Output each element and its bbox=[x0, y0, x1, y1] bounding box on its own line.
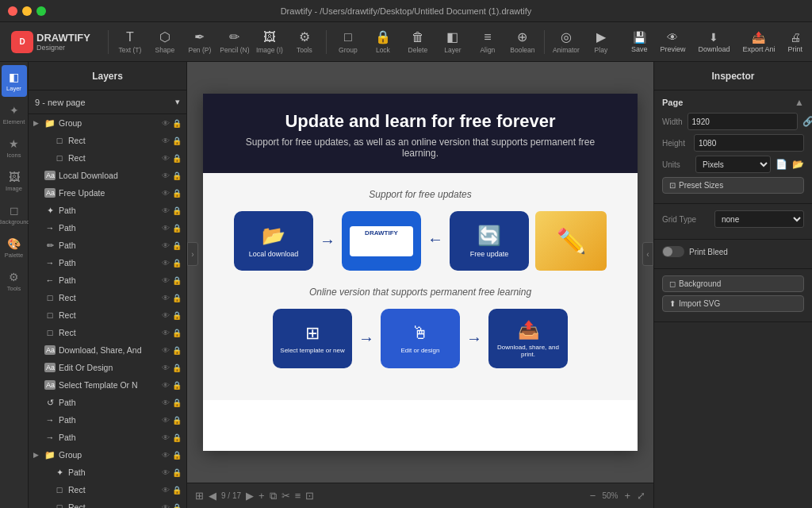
layer-item[interactable]: Aa Edit Or Design 👁 🔒 bbox=[29, 359, 186, 376]
canvas-area: Update and learn for free forever Suppor… bbox=[187, 62, 653, 508]
layer-item[interactable]: □ Rect 👁 🔒 bbox=[29, 481, 186, 498]
layer-item[interactable]: Aa Local Download 👁 🔒 bbox=[29, 167, 186, 184]
canvas-header: Update and learn for free forever Suppor… bbox=[203, 94, 638, 173]
tool-lock[interactable]: 🔒 Lock bbox=[366, 25, 400, 60]
settings-icon[interactable]: ⊡ bbox=[305, 490, 314, 502]
download-button[interactable]: ⬇ Download bbox=[693, 28, 734, 56]
tool-play[interactable]: ▶ Play bbox=[584, 25, 618, 60]
title-bar: Drawtify - /Users/drawtify/Desktop/Untit… bbox=[0, 0, 812, 22]
grid-type-select[interactable]: none grid columns bbox=[714, 210, 804, 228]
layer-item[interactable]: ▶ 📁 Group 👁 🔒 bbox=[29, 114, 186, 132]
link-dimensions-icon[interactable]: 🔗 bbox=[802, 116, 812, 127]
page-selector[interactable]: 9 - new page ▾ bbox=[29, 90, 186, 114]
tool-tools[interactable]: ⚙ Tools bbox=[288, 25, 321, 60]
next-page-icon[interactable]: ▶ bbox=[246, 490, 254, 502]
layer-item[interactable]: □ Rect 👁 🔒 bbox=[29, 289, 186, 306]
print-bleed-toggle[interactable] bbox=[662, 246, 684, 257]
layer-item[interactable]: → Path 👁 🔒 bbox=[29, 254, 186, 271]
tool-text[interactable]: T Text (T) bbox=[113, 25, 147, 60]
units-select[interactable]: Pixels Inches Centimeters bbox=[695, 156, 771, 173]
sidebar-item-icons[interactable]: ★ Icons bbox=[2, 132, 27, 164]
layer-item[interactable]: → Path 👁 🔒 bbox=[29, 219, 186, 237]
canvas-footer-left: ⊞ ◀ 9 / 17 ▶ + ⧉ ✂ ≡ ⊡ bbox=[195, 490, 314, 502]
sidebar-item-background[interactable]: ◻ Background bbox=[2, 198, 27, 230]
sidebar-item-image[interactable]: 🖼 Image bbox=[2, 165, 27, 197]
layer-item[interactable]: → Path 👁 🔒 bbox=[29, 429, 186, 446]
tool-delete[interactable]: 🗑 Delete bbox=[401, 25, 435, 60]
toolbar-actions: 💾 Save 👁 Preview ⬇ Download 📤 Export Ani… bbox=[626, 28, 807, 56]
layer-item[interactable]: ▶ 📁 Group 👁 🔒 bbox=[29, 446, 186, 464]
print-button[interactable]: 🖨 Print bbox=[783, 28, 807, 56]
layer-item[interactable]: ✦ Path 👁 🔒 bbox=[29, 202, 186, 219]
layer-item[interactable]: Aa Free Update 👁 🔒 bbox=[29, 184, 186, 202]
page-section: Page ▲ Width 🔗 Height Units Pixels Inche… bbox=[654, 90, 812, 204]
toolbar: D DRAWTIFY Designer T Text (T) ⬡ Shape ✒… bbox=[0, 22, 812, 62]
left-panel-collapse[interactable]: › bbox=[187, 242, 198, 266]
sidebar-item-element[interactable]: ✦ Element bbox=[2, 98, 27, 130]
right-panel-collapse[interactable]: ‹ bbox=[642, 242, 653, 266]
layer-item[interactable]: ← Path 👁 🔒 bbox=[29, 271, 186, 289]
brand-name: DRAWTIFY bbox=[36, 32, 90, 44]
tool-pen[interactable]: ✒ Pen (P) bbox=[183, 25, 216, 60]
grid-section: Grid Type none grid columns bbox=[654, 204, 812, 240]
tool-shape[interactable]: ⬡ Shape bbox=[148, 25, 182, 60]
tool-group[interactable]: □ Group bbox=[331, 25, 365, 60]
layer-item[interactable]: □ Rect 👁 🔒 bbox=[29, 132, 186, 149]
layer-item[interactable]: Aa Select Template Or N 👁 🔒 bbox=[29, 376, 186, 394]
toolbar-separator bbox=[108, 30, 109, 54]
layer-item[interactable]: □ Rect 👁 🔒 bbox=[29, 324, 186, 341]
layer-item[interactable]: □ Rect 👁 🔒 bbox=[29, 306, 186, 324]
layer-item[interactable]: → Path 👁 🔒 bbox=[29, 411, 186, 429]
tool-align[interactable]: ≡ Align bbox=[471, 25, 504, 60]
height-input[interactable] bbox=[694, 134, 804, 152]
duplicate-page-icon[interactable]: ⧉ bbox=[270, 490, 277, 502]
preview-button[interactable]: 👁 Preview bbox=[655, 28, 690, 56]
export-ani-button[interactable]: 📤 Export Ani bbox=[737, 28, 779, 56]
layer-item[interactable]: □ Rect 👁 🔒 bbox=[29, 149, 186, 167]
flow-box-free-update: 🔄 Free update bbox=[450, 211, 529, 271]
prev-page-icon[interactable]: ◀ bbox=[209, 490, 216, 502]
layer-item[interactable]: ✏ Path 👁 🔒 bbox=[29, 237, 186, 254]
open-doc-icon[interactable]: 📂 bbox=[792, 159, 804, 170]
main-area: ◧ Layer ✦ Element ★ Icons 🖼 Image ◻ Back… bbox=[0, 62, 812, 508]
canvas[interactable]: Update and learn for free forever Suppor… bbox=[203, 94, 638, 451]
zoom-in-icon[interactable]: + bbox=[624, 490, 630, 502]
tool-boolean[interactable]: ⊕ Boolean bbox=[506, 25, 539, 60]
tool-pencil[interactable]: ✏ Pencil (N) bbox=[218, 25, 251, 60]
canvas-body: Support for free updates 📂 Local downloa… bbox=[203, 173, 638, 400]
sidebar-item-palette[interactable]: 🎨 Palette bbox=[2, 232, 27, 264]
layers-header: Layers bbox=[29, 62, 186, 90]
minimize-button[interactable] bbox=[22, 6, 32, 16]
maximize-button[interactable] bbox=[36, 6, 46, 16]
delete-page-icon[interactable]: ✂ bbox=[282, 490, 290, 502]
layer-item[interactable]: ↺ Path 👁 🔒 bbox=[29, 394, 186, 411]
tool-layer[interactable]: ◧ Layer bbox=[436, 25, 469, 60]
layer-item[interactable]: ✦ Path 👁 🔒 bbox=[29, 464, 186, 481]
collapse-page-icon[interactable]: ▲ bbox=[795, 97, 804, 108]
sidebar-item-tools[interactable]: ⚙ Tools bbox=[2, 265, 27, 297]
canvas-scroll[interactable]: Update and learn for free forever Suppor… bbox=[187, 62, 653, 483]
preset-sizes-button[interactable]: ⊡ Preset Sizes bbox=[662, 177, 804, 194]
add-page-icon[interactable]: + bbox=[259, 490, 265, 502]
tool-animator[interactable]: ◎ Animator bbox=[550, 25, 583, 60]
flow-box-download: 📤 Download, share, and print. bbox=[488, 309, 568, 368]
inspector-panel: Inspector Page ▲ Width 🔗 Height Units Pi… bbox=[653, 62, 812, 508]
grid-view-icon[interactable]: ⊞ bbox=[195, 490, 204, 502]
new-doc-icon[interactable]: 📄 bbox=[776, 159, 787, 170]
section2-title: Online version that supports permanent f… bbox=[227, 287, 614, 298]
layer-item[interactable]: □ Rect 👁 🔒 bbox=[29, 498, 186, 508]
import-svg-button[interactable]: ⬆ Import SVG bbox=[662, 295, 804, 312]
width-input[interactable] bbox=[688, 113, 798, 130]
tool-image[interactable]: 🖼 Image (I) bbox=[253, 25, 286, 60]
traffic-lights bbox=[8, 6, 46, 16]
section2-flow: ⊞ Select template or new → 🖱 Edit or des… bbox=[227, 309, 614, 368]
zoom-out-icon[interactable]: − bbox=[590, 490, 596, 502]
section1-flow: 📂 Local download → DRAWTIFY 🖥 → bbox=[227, 211, 614, 271]
layer-item[interactable]: Aa Download, Share, And 👁 🔒 bbox=[29, 341, 186, 359]
more-options-icon[interactable]: ≡ bbox=[295, 490, 301, 502]
sidebar-item-layer[interactable]: ◧ Layer bbox=[2, 65, 27, 97]
close-button[interactable] bbox=[8, 6, 17, 16]
fit-page-icon[interactable]: ⤢ bbox=[637, 490, 645, 502]
background-button[interactable]: ◻ Background bbox=[662, 275, 804, 292]
save-button[interactable]: 💾 Save bbox=[626, 28, 653, 56]
